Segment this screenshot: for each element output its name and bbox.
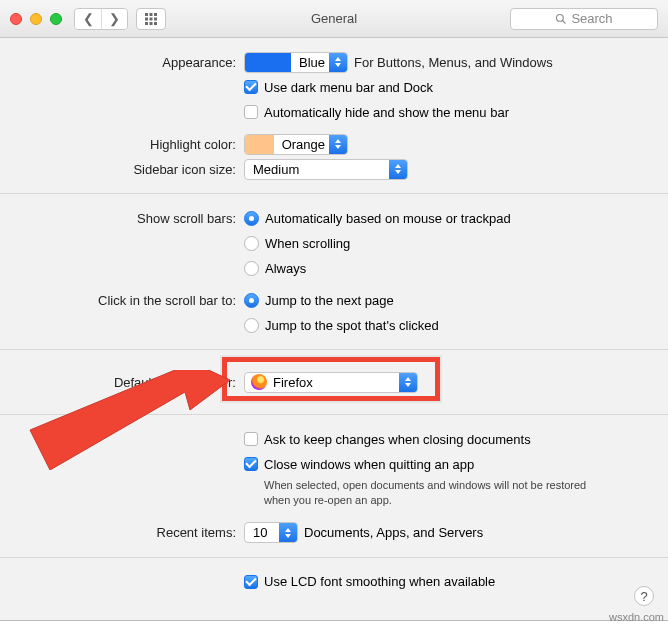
scroll-when-scrolling-radio[interactable] bbox=[244, 236, 259, 251]
close-windows-quit-label: Close windows when quitting an app bbox=[264, 457, 474, 472]
recent-items-label: Recent items: bbox=[0, 525, 244, 540]
sidebar-size-popup[interactable]: Medium bbox=[244, 159, 408, 180]
scroll-auto-label: Automatically based on mouse or trackpad bbox=[265, 211, 511, 226]
highlight-swatch bbox=[245, 135, 274, 154]
default-browser-popup[interactable]: Firefox bbox=[244, 372, 418, 393]
highlight-color-popup[interactable]: Orange bbox=[244, 134, 348, 155]
sidebar-size-value: Medium bbox=[245, 162, 321, 177]
general-preferences-window: ❮ ❯ General Search Appearance: Blue bbox=[0, 0, 668, 620]
click-scroll-next-label: Jump to the next page bbox=[265, 293, 394, 308]
recent-items-suffix: Documents, Apps, and Servers bbox=[304, 525, 483, 540]
recent-items-popup[interactable]: 10 bbox=[244, 522, 298, 543]
appearance-hint: For Buttons, Menus, and Windows bbox=[354, 55, 553, 70]
ask-keep-changes-checkbox[interactable] bbox=[244, 432, 258, 446]
zoom-window-button[interactable] bbox=[50, 13, 62, 25]
close-window-button[interactable] bbox=[10, 13, 22, 25]
search-field[interactable]: Search bbox=[510, 8, 658, 30]
appearance-popup[interactable]: Blue bbox=[244, 52, 348, 73]
content-area: Appearance: Blue For Buttons, Menus, and… bbox=[0, 38, 668, 620]
svg-rect-2 bbox=[154, 13, 157, 16]
search-icon bbox=[555, 13, 567, 25]
svg-rect-3 bbox=[145, 17, 148, 20]
chevron-updown-icon bbox=[279, 523, 297, 542]
show-scroll-bars-label: Show scroll bars: bbox=[0, 211, 244, 226]
dark-menu-checkbox[interactable] bbox=[244, 80, 258, 94]
svg-rect-0 bbox=[145, 13, 148, 16]
default-browser-section: Default web browser: Firefox bbox=[0, 349, 668, 414]
svg-point-9 bbox=[557, 14, 564, 21]
show-all-button[interactable] bbox=[136, 8, 166, 30]
scroll-always-label: Always bbox=[265, 261, 306, 276]
lcd-section: Use LCD font smoothing when available bbox=[0, 557, 668, 620]
scroll-when-scrolling-label: When scrolling bbox=[265, 236, 350, 251]
chevron-updown-icon bbox=[399, 373, 417, 392]
appearance-section: Appearance: Blue For Buttons, Menus, and… bbox=[0, 38, 668, 193]
svg-line-10 bbox=[563, 20, 566, 23]
lcd-smoothing-checkbox[interactable] bbox=[244, 575, 258, 589]
svg-rect-7 bbox=[150, 22, 153, 25]
minimize-window-button[interactable] bbox=[30, 13, 42, 25]
close-windows-note: When selected, open documents and window… bbox=[264, 478, 648, 508]
default-browser-value: Firefox bbox=[269, 375, 335, 390]
svg-rect-4 bbox=[150, 17, 153, 20]
scroll-section: Show scroll bars: Automatically based on… bbox=[0, 193, 668, 349]
appearance-swatch bbox=[245, 53, 291, 72]
search-placeholder: Search bbox=[571, 11, 612, 26]
close-windows-quit-checkbox[interactable] bbox=[244, 457, 258, 471]
nav-back-forward: ❮ ❯ bbox=[74, 8, 128, 30]
click-scroll-label: Click in the scroll bar to: bbox=[0, 293, 244, 308]
traffic-lights bbox=[10, 13, 62, 25]
lcd-smoothing-label: Use LCD font smoothing when available bbox=[264, 574, 495, 589]
watermark: wsxdn.com bbox=[609, 611, 664, 623]
ask-keep-changes-label: Ask to keep changes when closing documen… bbox=[264, 432, 531, 447]
scroll-always-radio[interactable] bbox=[244, 261, 259, 276]
svg-rect-6 bbox=[145, 22, 148, 25]
appearance-label: Appearance: bbox=[0, 55, 244, 70]
svg-rect-1 bbox=[150, 13, 153, 16]
chevron-updown-icon bbox=[389, 160, 407, 179]
default-browser-label: Default web browser: bbox=[0, 375, 244, 390]
click-scroll-spot-radio[interactable] bbox=[244, 318, 259, 333]
sidebar-size-label: Sidebar icon size: bbox=[0, 162, 244, 177]
click-scroll-spot-label: Jump to the spot that's clicked bbox=[265, 318, 439, 333]
auto-hide-menubar-label: Automatically hide and show the menu bar bbox=[264, 105, 509, 120]
forward-button[interactable]: ❯ bbox=[101, 9, 127, 29]
help-button[interactable]: ? bbox=[634, 586, 654, 606]
firefox-icon bbox=[251, 374, 267, 390]
dark-menu-label: Use dark menu bar and Dock bbox=[264, 80, 433, 95]
titlebar: ❮ ❯ General Search bbox=[0, 0, 668, 38]
documents-section: Ask to keep changes when closing documen… bbox=[0, 414, 668, 557]
chevron-updown-icon bbox=[329, 53, 347, 72]
svg-rect-5 bbox=[154, 17, 157, 20]
auto-hide-menubar-checkbox[interactable] bbox=[244, 105, 258, 119]
back-button[interactable]: ❮ bbox=[75, 9, 101, 29]
click-scroll-next-radio[interactable] bbox=[244, 293, 259, 308]
scroll-auto-radio[interactable] bbox=[244, 211, 259, 226]
svg-rect-8 bbox=[154, 22, 157, 25]
chevron-updown-icon bbox=[329, 135, 347, 154]
highlight-color-label: Highlight color: bbox=[0, 137, 244, 152]
